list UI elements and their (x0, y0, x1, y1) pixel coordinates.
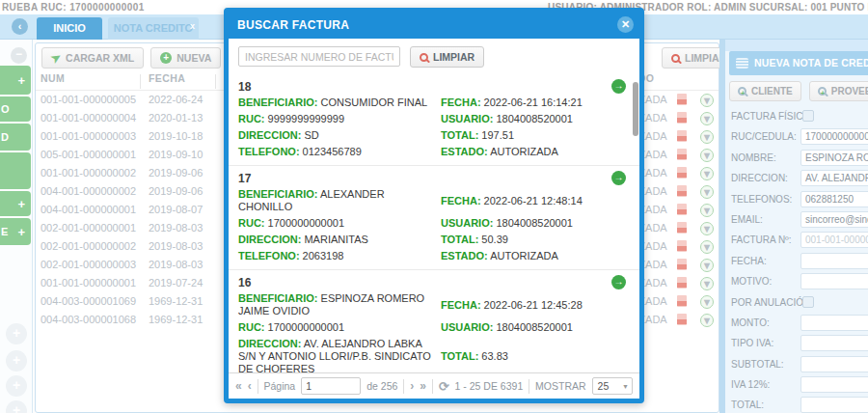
pdf-icon[interactable] (677, 204, 687, 215)
tab-close-icon[interactable]: x (190, 15, 195, 38)
sidebar-action-button[interactable]: + (0, 191, 31, 216)
pdf-icon[interactable] (677, 130, 687, 142)
label-usuario: USUARIO: (441, 217, 493, 229)
field-input[interactable] (800, 273, 868, 289)
pdf-icon[interactable] (677, 185, 687, 197)
pdf-icon[interactable] (677, 277, 687, 289)
download-circle-icon[interactable]: ▼ (700, 295, 714, 309)
factura-search-input[interactable] (238, 46, 400, 67)
cliente-button[interactable]: + CLIENTE (729, 81, 801, 101)
download-circle-icon[interactable]: ▼ (700, 130, 714, 144)
label-beneficiario: BENEFICIARIO: (238, 292, 318, 304)
next-page-icon[interactable]: › (410, 379, 414, 393)
field-input[interactable] (800, 315, 868, 331)
proveedor-button[interactable]: + PROVEEDOR (809, 81, 868, 101)
label-estado: ESTADO: (441, 146, 488, 157)
download-circle-icon[interactable]: ▼ (700, 277, 714, 290)
pdf-icon[interactable] (677, 112, 687, 124)
minus-circle-icon[interactable]: − (11, 47, 27, 64)
limpiar-button-modal[interactable]: LIMPIAR (410, 46, 484, 68)
label-total: TOTAL: (441, 350, 478, 362)
field-label: NOMBRE: (731, 152, 776, 163)
pdf-icon[interactable] (677, 222, 687, 234)
field-input[interactable]: sincorreo@sincorreo.com (800, 211, 868, 228)
field-input[interactable] (800, 335, 868, 351)
download-circle-icon[interactable]: ▼ (700, 149, 714, 162)
prev-page-icon[interactable]: ‹ (248, 379, 252, 393)
download-circle-icon[interactable]: ▼ (700, 259, 714, 272)
factura-field-usuario: USUARIO: 1804008520001 (441, 217, 610, 230)
refresh-icon[interactable]: ⟳ (439, 379, 449, 394)
factura-field-beneficiario: BENEFICIARIO: ESPINOZA ROMERO JAIME OVID… (238, 292, 433, 317)
panel-top-strip (725, 40, 868, 51)
cell-fecha: 1969-12-31 (149, 314, 203, 325)
plus-icon: + (17, 73, 25, 88)
field-input[interactable]: ESPINOZA ROMERO JAIME OVIDIO (800, 150, 868, 166)
cargar-xml-button[interactable]: ➤ CARGAR XML (41, 47, 144, 69)
field-label: EMAIL: (731, 214, 763, 225)
pdf-icon[interactable] (677, 314, 687, 325)
add-circle-icon[interactable]: + (6, 375, 27, 397)
column-num[interactable]: NUM (41, 72, 65, 84)
add-circle-icon[interactable]: + (6, 400, 27, 413)
field-label: RUC/CEDULA: (731, 131, 797, 142)
page-size-select[interactable]: 25▼ (592, 377, 633, 395)
form-row: TOTAL: (725, 396, 868, 413)
sidebar-action-button[interactable]: + (0, 66, 31, 95)
field-input[interactable]: 1700000000001 (800, 128, 868, 145)
nueva-button[interactable]: + NUEVA (150, 47, 221, 69)
column-fecha[interactable]: FECHA (149, 72, 185, 84)
collapse-sidebar-icon[interactable]: ‹ (12, 18, 28, 35)
last-page-icon[interactable]: » (420, 379, 426, 393)
field-input[interactable]: AV. ALEJANDRO LABKA S/N (800, 170, 868, 186)
download-circle-icon[interactable]: ▼ (700, 94, 714, 107)
sidebar-action-button[interactable]: O (0, 96, 31, 122)
sidebar-action-button[interactable]: D (0, 124, 31, 151)
download-circle-icon[interactable]: ▼ (700, 314, 714, 327)
first-page-icon[interactable]: « (235, 379, 242, 393)
download-circle-icon[interactable]: ▼ (700, 112, 714, 125)
app-window: RUEBA RUC: 1700000000001 USUARIO: ADMINI… (0, 0, 868, 413)
cell-num: 004-003-000001068 (41, 314, 136, 325)
panel-header: NUEVA NOTA DE CREDITO (729, 51, 868, 75)
pdf-icon[interactable] (677, 295, 687, 307)
field-input[interactable] (800, 356, 868, 372)
download-circle-icon[interactable]: ▼ (700, 167, 714, 180)
form-row: EMAIL:sincorreo@sincorreo.com (725, 210, 868, 231)
factura-details: BENEFICIARIO: ALEXANDER CHONILLOFECHA: 2… (238, 188, 610, 262)
cell-fecha: 2019-09-06 (149, 167, 203, 179)
field-input[interactable]: 062881250 (800, 191, 868, 207)
select-factura-icon[interactable]: → (611, 79, 626, 94)
select-factura-icon[interactable]: → (611, 275, 626, 289)
field-input[interactable] (800, 376, 868, 393)
download-circle-icon[interactable]: ▼ (700, 240, 714, 254)
field-input[interactable] (800, 397, 868, 413)
clear-search-icon (671, 54, 680, 63)
checkbox[interactable] (802, 296, 814, 308)
page-number-input[interactable] (301, 377, 361, 395)
pdf-icon[interactable] (677, 149, 687, 160)
checkbox[interactable] (802, 110, 814, 122)
label-ruc: RUC: (238, 113, 265, 124)
pdf-icon[interactable] (677, 240, 687, 252)
add-circle-icon[interactable]: + (6, 350, 27, 372)
field-input[interactable] (800, 253, 868, 269)
pdf-icon[interactable] (677, 259, 687, 270)
sidebar-action-button[interactable] (0, 152, 31, 189)
label-direccion: DIRECCION: (238, 338, 301, 349)
select-factura-icon[interactable]: → (611, 171, 626, 185)
download-circle-icon[interactable]: ▼ (700, 185, 714, 199)
download-circle-icon[interactable]: ▼ (700, 222, 714, 235)
sidebar-action-button[interactable]: E+ (0, 218, 31, 245)
tab-inicio[interactable]: INICIO (37, 17, 102, 40)
factura-field-beneficiario: BENEFICIARIO: CONSUMIDOR FINAL (238, 96, 433, 109)
pdf-icon[interactable] (677, 167, 687, 179)
add-circle-icon[interactable]: + (6, 323, 27, 344)
download-circle-icon[interactable]: ▼ (700, 204, 714, 217)
close-icon[interactable]: ✕ (617, 16, 634, 33)
pdf-icon[interactable] (677, 94, 687, 105)
field-input[interactable]: 001-001-000000016 (800, 232, 868, 248)
scrollbar-thumb[interactable] (633, 82, 638, 136)
tab-nota-credito[interactable]: NOTA CREDITO x (108, 17, 199, 40)
factura-number: 17 (238, 172, 610, 185)
